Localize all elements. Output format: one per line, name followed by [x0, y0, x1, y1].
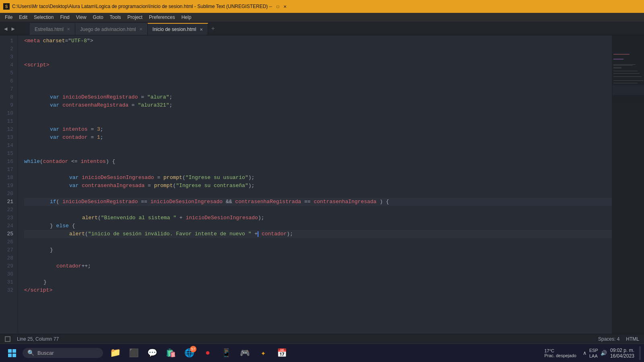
clock-date: 16/04/2023: [610, 353, 634, 359]
tab-juego[interactable]: Juego de adivinacion.html ✕: [75, 23, 148, 35]
svg-rect-12: [8, 349, 12, 353]
taskbar-file-explorer[interactable]: 📁: [106, 344, 124, 362]
line-num-7: 7: [0, 85, 13, 93]
taskbar-clock[interactable]: 09:02 p. m. 16/04/2023: [610, 348, 634, 359]
store-icon: 🛍️: [166, 348, 176, 358]
taskbar-icons: 📁 ⬛ 💬 🛍️ 🌐 57 ● 📱 🎮 ✦ 📅: [106, 344, 291, 362]
tab-close-icon[interactable]: ✕: [67, 27, 70, 31]
code-line-3: [24, 53, 612, 61]
teams-icon: 💬: [147, 348, 157, 358]
volume-icon[interactable]: 🔊: [601, 350, 607, 356]
tab-prev-button[interactable]: ◀: [2, 25, 9, 32]
taskbar-calendar[interactable]: 📅: [273, 344, 291, 362]
taskbar-weather: 17°C Prac. despejado: [544, 348, 576, 358]
code-line-13: var contador = 1;: [24, 134, 612, 142]
file-explorer-icon: 📁: [110, 348, 121, 358]
menu-tools[interactable]: Tools: [107, 13, 124, 22]
menu-view[interactable]: View: [73, 13, 90, 22]
taskbar-search[interactable]: 🔍 Buscar: [23, 348, 103, 358]
line-num-17: 17: [0, 166, 13, 174]
line-num-14: 14: [0, 142, 13, 150]
menu-file[interactable]: File: [2, 13, 16, 22]
code-area[interactable]: <meta charset="UTF-8"> <script> var inic…: [18, 35, 612, 334]
taskbar-teams[interactable]: 💬: [143, 344, 161, 362]
line-num-29: 29: [0, 262, 13, 270]
svg-rect-15: [12, 354, 16, 357]
maximize-button[interactable]: □: [275, 4, 281, 9]
app-icon: S: [3, 3, 10, 10]
statusbar-right: Spaces: 4 HTML: [598, 336, 639, 342]
chevron-up-icon[interactable]: ∧: [583, 350, 587, 356]
menu-edit[interactable]: Edit: [16, 13, 31, 22]
terminal-icon: ⬛: [129, 348, 139, 358]
svg-rect-6: [613, 71, 638, 71]
taskbar-discord[interactable]: 🎮: [236, 344, 254, 362]
code-line-11: [24, 117, 612, 125]
statusbar-spaces: Spaces: 4: [598, 336, 619, 342]
titlebar: S C:\Users\Mr taco\Desktop\Alura Latam\L…: [0, 0, 644, 13]
line-num-2: 2: [0, 45, 13, 53]
code-line-12: var intentos = 3;: [24, 125, 612, 134]
svg-rect-13: [12, 349, 16, 353]
line-num-28: 28: [0, 254, 13, 262]
svg-rect-3: [613, 65, 633, 66]
code-line-32: </script>: [24, 286, 612, 294]
code-line-2: [24, 45, 612, 53]
line-num-32: 32: [0, 286, 13, 294]
line-num-11: 11: [0, 117, 13, 125]
statusbar-language[interactable]: HTML: [626, 336, 639, 342]
tab-label: Estrellas.html: [35, 27, 64, 32]
line-num-13: 13: [0, 134, 13, 142]
tab-estrellas[interactable]: Estrellas.html ✕: [30, 23, 75, 35]
tab-inicio[interactable]: Inicio de sesion.html ✕: [148, 23, 208, 35]
taskbar-edge[interactable]: 🌐 57: [180, 344, 198, 362]
tab-next-button[interactable]: ▶: [10, 25, 16, 32]
taskbar-store[interactable]: 🛍️: [162, 344, 180, 362]
close-button[interactable]: ✕: [282, 4, 288, 9]
menu-preferences[interactable]: Preferences: [146, 13, 178, 22]
line-num-18: 18: [0, 174, 13, 182]
minimap: [612, 35, 644, 334]
menu-goto[interactable]: Goto: [90, 13, 107, 22]
line-num-31: 31: [0, 278, 13, 286]
menu-find[interactable]: Find: [57, 13, 72, 22]
tab-close-icon[interactable]: ✕: [200, 27, 203, 32]
taskbar-app5[interactable]: ●: [199, 344, 217, 362]
weather-temp: 17°C: [544, 348, 554, 353]
code-line-1: <meta charset="UTF-8">: [24, 37, 612, 45]
calendar-icon: 📅: [277, 348, 287, 358]
code-line-9: var contrasenhaRegistrada = "alura321";: [24, 101, 612, 109]
tab-close-icon[interactable]: ✕: [139, 27, 142, 31]
new-tab-button[interactable]: +: [208, 25, 219, 33]
menu-help[interactable]: Help: [178, 13, 195, 22]
taskbar-terminal[interactable]: ⬛: [125, 344, 142, 362]
code-line-17: [24, 166, 612, 174]
taskbar-whatsapp[interactable]: 📱: [217, 344, 235, 362]
code-line-21: if( inicioDeSesionRegistrado == inicioDe…: [24, 198, 612, 206]
svg-rect-7: [613, 73, 640, 74]
line-num-1: 1: [0, 37, 13, 45]
line-num-21: 21: [0, 198, 13, 206]
edge-badge: 57: [190, 346, 196, 352]
code-line-14: [24, 142, 612, 150]
menu-selection[interactable]: Selection: [31, 13, 57, 22]
code-line-19: var contrasenhaIngresada = prompt("Ingre…: [24, 182, 612, 190]
windows-logo-icon: [7, 348, 17, 358]
line-num-3: 3: [0, 53, 13, 61]
start-button[interactable]: [3, 344, 21, 362]
taskbar-sublime[interactable]: ✦: [254, 344, 272, 362]
line-num-20: 20: [0, 190, 13, 198]
code-line-30: [24, 270, 612, 278]
minimize-button[interactable]: ─: [268, 4, 273, 9]
minimap-svg: [613, 53, 644, 238]
code-line-25: alert("inicio de sesión inválido. Favor …: [24, 230, 612, 238]
svg-rect-2: [613, 64, 636, 65]
discord-icon: 🎮: [240, 348, 250, 358]
code-line-16: while(contador <= intentos) {: [24, 158, 612, 166]
code-line-4: <script>: [24, 61, 612, 69]
window-controls: ─ □ ✕: [268, 4, 288, 9]
code-line-7: [24, 85, 612, 93]
menu-project[interactable]: Project: [124, 13, 146, 22]
show-desktop-button[interactable]: [639, 346, 641, 360]
code-line-15: [24, 150, 612, 158]
